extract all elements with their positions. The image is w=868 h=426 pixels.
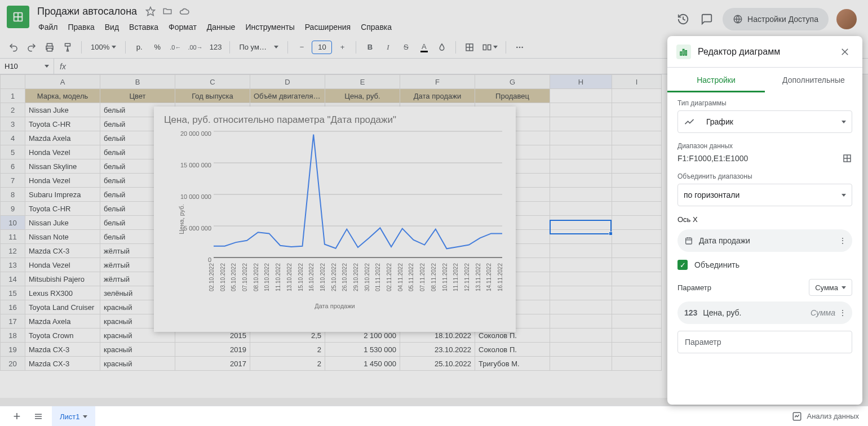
cell[interactable]: Toyota C-HR [25, 202, 100, 216]
row-header[interactable]: 5 [1, 145, 25, 159]
add-sheet-button[interactable]: + [9, 409, 25, 424]
move-icon[interactable] [161, 5, 174, 18]
menu-формат[interactable]: Формат [164, 20, 201, 34]
cell[interactable]: Nissan Juke [25, 216, 100, 230]
row-header[interactable]: 16 [1, 300, 25, 314]
cell[interactable]: Nissan Note [25, 230, 100, 244]
zoom-select[interactable]: 100% [87, 39, 119, 55]
header-cell[interactable]: Продавец [475, 89, 550, 103]
row-header[interactable]: 19 [1, 343, 25, 357]
cell[interactable]: Nissan Skyline [25, 159, 100, 174]
cell[interactable]: Honda Vezel [25, 145, 100, 159]
col-header-A[interactable]: A [25, 75, 100, 89]
row-header[interactable]: 7 [1, 174, 25, 188]
cloud-icon[interactable] [178, 5, 191, 18]
menu-правка[interactable]: Правка [63, 20, 99, 34]
cell[interactable]: Mazda CX-3 [25, 244, 100, 258]
cell[interactable]: Nissan Juke [25, 103, 100, 117]
row-header[interactable]: 9 [1, 202, 25, 216]
cell[interactable]: 2017 [175, 357, 250, 371]
row-header[interactable]: 10 [1, 216, 25, 230]
col-header-G[interactable]: G [475, 75, 550, 89]
sheet-tab-1[interactable]: Лист1 [52, 406, 95, 426]
menu-инструменты[interactable]: Инструменты [241, 20, 299, 34]
cell[interactable]: Lexus RX300 [25, 286, 100, 300]
cell[interactable]: Honda Vezel [25, 258, 100, 272]
chart-type-select[interactable]: График [677, 110, 852, 133]
paint-format-button[interactable] [60, 39, 76, 55]
cell[interactable]: 1 450 000 [325, 357, 400, 371]
menu-файл[interactable]: Файл [34, 20, 62, 34]
cell[interactable]: красный [100, 343, 175, 357]
row-header[interactable]: 4 [1, 131, 25, 145]
redo-button[interactable] [24, 39, 39, 55]
cell[interactable]: Honda Vezel [25, 174, 100, 188]
col-header-H[interactable]: H [550, 75, 612, 89]
bold-button[interactable]: B [362, 39, 378, 55]
menu-справка[interactable]: Справка [356, 20, 396, 34]
cell[interactable]: 2 [250, 343, 325, 357]
cell[interactable]: 2 [250, 357, 325, 371]
cell[interactable]: 25.10.2022 [400, 357, 475, 371]
borders-button[interactable] [462, 39, 477, 55]
row-header[interactable]: 15 [1, 286, 25, 300]
cell[interactable]: Mazda Axela [25, 131, 100, 145]
col-header-C[interactable]: C [175, 75, 250, 89]
cell[interactable]: красный [100, 357, 175, 371]
fill-color-button[interactable] [434, 39, 450, 55]
aggregate-checkbox[interactable]: ✓ [677, 260, 688, 270]
history-icon[interactable] [675, 11, 691, 27]
header-cell[interactable]: Объём двигателя, л [250, 89, 325, 103]
print-button[interactable] [42, 39, 57, 55]
more-button[interactable] [512, 39, 528, 55]
cell[interactable]: Toyota Crown [25, 329, 100, 343]
cell[interactable]: 2019 [175, 343, 250, 357]
more-icon[interactable]: ⋮ [839, 308, 847, 317]
menu-расширения[interactable]: Расширения [300, 20, 355, 34]
currency-button[interactable]: р. [131, 39, 147, 55]
undo-button[interactable] [6, 39, 21, 55]
row-header[interactable]: 3 [1, 117, 25, 131]
col-header-F[interactable]: F [400, 75, 475, 89]
menu-вставка[interactable]: Вставка [125, 20, 163, 34]
merge-button[interactable] [480, 39, 500, 55]
explore-button[interactable]: Анализ данных [792, 411, 859, 421]
embedded-chart[interactable]: Цена, руб. относительно параметра "Дата … [154, 106, 516, 332]
strike-button[interactable]: S [398, 39, 414, 55]
font-select[interactable]: По ум… [236, 39, 282, 55]
number-format-button[interactable]: 123 [207, 39, 224, 55]
star-icon[interactable] [144, 5, 157, 18]
col-header-I[interactable]: I [612, 75, 662, 89]
combine-ranges-select[interactable]: по горизонтали [677, 184, 852, 206]
cell[interactable]: Mitsubishi Pajero [25, 272, 100, 286]
row-header[interactable]: 14 [1, 272, 25, 286]
percent-button[interactable]: % [149, 39, 165, 55]
row-header[interactable]: 18 [1, 329, 25, 343]
header-cell[interactable]: Дата продажи [400, 89, 475, 103]
name-box[interactable]: H10 [0, 59, 54, 74]
select-range-icon[interactable] [842, 153, 852, 163]
row-header[interactable]: 11 [1, 230, 25, 244]
row-header[interactable]: 2 [1, 103, 25, 117]
comment-icon[interactable] [699, 11, 715, 27]
tab-customize[interactable]: Дополнительные [765, 68, 862, 92]
decrease-decimal-button[interactable]: .0← [167, 39, 183, 55]
cell[interactable]: Toyota Land Cruiser [25, 300, 100, 314]
sheets-logo[interactable] [7, 6, 29, 28]
add-series-placeholder[interactable]: Параметр [677, 331, 852, 353]
all-sheets-button[interactable] [30, 409, 46, 424]
header-cell[interactable]: Цена, руб. [325, 89, 400, 103]
xaxis-chip[interactable]: Дата продажи ⋮ [677, 229, 852, 252]
row-header[interactable]: 20 [1, 357, 25, 371]
italic-button[interactable]: I [380, 39, 396, 55]
col-header-B[interactable]: B [100, 75, 175, 89]
close-button[interactable] [840, 47, 853, 57]
menu-данные[interactable]: Данные [202, 20, 240, 34]
col-header-E[interactable]: E [325, 75, 400, 89]
row-header[interactable]: 12 [1, 244, 25, 258]
header-cell[interactable]: Марка, модель [25, 89, 100, 103]
doc-title[interactable]: Продажи автосалона [34, 5, 140, 19]
cell[interactable]: 23.10.2022 [400, 343, 475, 357]
aggregate-type-select[interactable]: Сумма [809, 279, 852, 296]
increase-decimal-button[interactable]: .00→ [185, 39, 205, 55]
